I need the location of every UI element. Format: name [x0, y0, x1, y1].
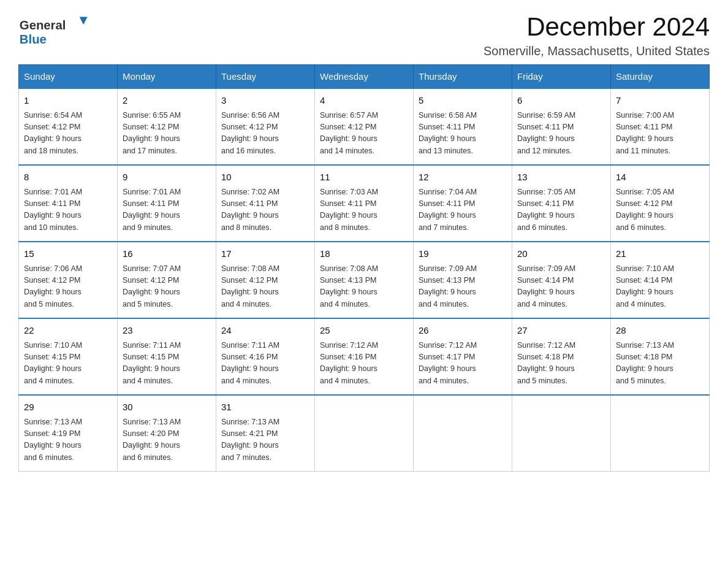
day-info: Sunrise: 7:01 AMSunset: 4:11 PMDaylight:… [123, 186, 211, 234]
day-number: 19 [419, 247, 507, 261]
calendar-week-row: 1Sunrise: 6:54 AMSunset: 4:12 PMDaylight… [19, 88, 710, 165]
day-info: Sunrise: 7:12 AMSunset: 4:16 PMDaylight:… [320, 340, 408, 388]
day-number: 27 [517, 324, 605, 338]
day-info: Sunrise: 7:08 AMSunset: 4:13 PMDaylight:… [320, 263, 408, 311]
day-number: 6 [517, 94, 605, 108]
calendar-cell: 8Sunrise: 7:01 AMSunset: 4:11 PMDaylight… [19, 165, 118, 242]
day-number: 14 [616, 170, 704, 185]
header-monday: Monday [118, 65, 216, 89]
calendar-cell: 21Sunrise: 7:10 AMSunset: 4:14 PMDayligh… [611, 242, 710, 318]
day-number: 25 [320, 324, 408, 338]
header-saturday: Saturday [611, 65, 710, 89]
header-sunday: Sunday [19, 65, 118, 89]
calendar-cell: 22Sunrise: 7:10 AMSunset: 4:15 PMDayligh… [19, 318, 118, 395]
calendar-cell: 14Sunrise: 7:05 AMSunset: 4:12 PMDayligh… [611, 165, 710, 242]
day-number: 15 [24, 247, 112, 261]
day-number: 18 [320, 247, 408, 261]
day-number: 9 [123, 170, 211, 185]
day-info: Sunrise: 7:13 AMSunset: 4:20 PMDaylight:… [123, 416, 211, 464]
calendar-week-row: 22Sunrise: 7:10 AMSunset: 4:15 PMDayligh… [19, 318, 710, 395]
svg-text:General: General [20, 18, 66, 32]
day-info: Sunrise: 7:02 AMSunset: 4:11 PMDaylight:… [221, 186, 309, 234]
day-info: Sunrise: 7:03 AMSunset: 4:11 PMDaylight:… [320, 186, 408, 234]
calendar-cell [414, 395, 512, 472]
day-number: 21 [616, 247, 704, 261]
day-number: 10 [221, 170, 309, 185]
calendar-cell: 16Sunrise: 7:07 AMSunset: 4:12 PMDayligh… [118, 242, 216, 318]
header-thursday: Thursday [414, 65, 512, 89]
day-info: Sunrise: 7:00 AMSunset: 4:11 PMDaylight:… [616, 110, 704, 158]
day-number: 20 [517, 247, 605, 261]
calendar-cell: 5Sunrise: 6:58 AMSunset: 4:11 PMDaylight… [414, 88, 512, 165]
day-number: 29 [24, 400, 112, 415]
day-info: Sunrise: 7:10 AMSunset: 4:14 PMDaylight:… [616, 263, 704, 311]
calendar-cell: 7Sunrise: 7:00 AMSunset: 4:11 PMDaylight… [611, 88, 710, 165]
day-info: Sunrise: 6:55 AMSunset: 4:12 PMDaylight:… [123, 110, 211, 158]
day-number: 11 [320, 170, 408, 185]
title-block: December 2024 Somerville, Massachusetts,… [483, 12, 710, 58]
svg-marker-1 [80, 17, 88, 25]
header-wednesday: Wednesday [315, 65, 414, 89]
day-info: Sunrise: 6:58 AMSunset: 4:11 PMDaylight:… [419, 110, 507, 158]
calendar-cell: 17Sunrise: 7:08 AMSunset: 4:12 PMDayligh… [216, 242, 315, 318]
day-info: Sunrise: 7:12 AMSunset: 4:17 PMDaylight:… [419, 340, 507, 388]
calendar-cell: 1Sunrise: 6:54 AMSunset: 4:12 PMDaylight… [19, 88, 118, 165]
day-info: Sunrise: 6:59 AMSunset: 4:11 PMDaylight:… [517, 110, 605, 158]
day-info: Sunrise: 7:13 AMSunset: 4:19 PMDaylight:… [24, 416, 112, 464]
calendar-cell: 3Sunrise: 6:56 AMSunset: 4:12 PMDaylight… [216, 88, 315, 165]
calendar-cell: 15Sunrise: 7:06 AMSunset: 4:12 PMDayligh… [19, 242, 118, 318]
logo-svg: General Blue [18, 12, 92, 49]
day-number: 30 [123, 400, 211, 415]
calendar-cell: 27Sunrise: 7:12 AMSunset: 4:18 PMDayligh… [512, 318, 611, 395]
calendar-week-row: 29Sunrise: 7:13 AMSunset: 4:19 PMDayligh… [19, 395, 710, 472]
day-number: 31 [221, 400, 309, 415]
day-number: 2 [123, 94, 211, 108]
day-number: 5 [419, 94, 507, 108]
day-number: 26 [419, 324, 507, 338]
calendar-cell: 18Sunrise: 7:08 AMSunset: 4:13 PMDayligh… [315, 242, 414, 318]
calendar-cell: 9Sunrise: 7:01 AMSunset: 4:11 PMDaylight… [118, 165, 216, 242]
day-number: 13 [517, 170, 605, 185]
calendar-cell: 23Sunrise: 7:11 AMSunset: 4:15 PMDayligh… [118, 318, 216, 395]
calendar-cell: 24Sunrise: 7:11 AMSunset: 4:16 PMDayligh… [216, 318, 315, 395]
day-info: Sunrise: 6:54 AMSunset: 4:12 PMDaylight:… [24, 110, 112, 158]
day-number: 1 [24, 94, 112, 108]
calendar-header-row: SundayMondayTuesdayWednesdayThursdayFrid… [19, 65, 710, 89]
day-number: 7 [616, 94, 704, 108]
day-info: Sunrise: 7:12 AMSunset: 4:18 PMDaylight:… [517, 340, 605, 388]
calendar-cell: 20Sunrise: 7:09 AMSunset: 4:14 PMDayligh… [512, 242, 611, 318]
day-info: Sunrise: 7:11 AMSunset: 4:15 PMDaylight:… [123, 340, 211, 388]
day-number: 17 [221, 247, 309, 261]
calendar-cell [512, 395, 611, 472]
header-friday: Friday [512, 65, 611, 89]
day-info: Sunrise: 7:09 AMSunset: 4:14 PMDaylight:… [517, 263, 605, 311]
day-info: Sunrise: 7:04 AMSunset: 4:11 PMDaylight:… [419, 186, 507, 234]
calendar-cell: 29Sunrise: 7:13 AMSunset: 4:19 PMDayligh… [19, 395, 118, 472]
day-number: 12 [419, 170, 507, 185]
calendar-cell: 26Sunrise: 7:12 AMSunset: 4:17 PMDayligh… [414, 318, 512, 395]
calendar-cell: 2Sunrise: 6:55 AMSunset: 4:12 PMDaylight… [118, 88, 216, 165]
calendar-cell: 10Sunrise: 7:02 AMSunset: 4:11 PMDayligh… [216, 165, 315, 242]
calendar-cell: 30Sunrise: 7:13 AMSunset: 4:20 PMDayligh… [118, 395, 216, 472]
calendar-cell [611, 395, 710, 472]
calendar-week-row: 15Sunrise: 7:06 AMSunset: 4:12 PMDayligh… [19, 242, 710, 318]
day-number: 8 [24, 170, 112, 185]
page-header: General Blue December 2024 Somerville, M… [18, 12, 710, 58]
day-info: Sunrise: 7:06 AMSunset: 4:12 PMDaylight:… [24, 263, 112, 311]
calendar-title: December 2024 [483, 12, 710, 42]
day-number: 4 [320, 94, 408, 108]
calendar-cell [315, 395, 414, 472]
day-number: 24 [221, 324, 309, 338]
day-info: Sunrise: 7:13 AMSunset: 4:21 PMDaylight:… [221, 416, 309, 464]
day-number: 22 [24, 324, 112, 338]
calendar-subtitle: Somerville, Massachusetts, United States [483, 44, 710, 58]
calendar-cell: 31Sunrise: 7:13 AMSunset: 4:21 PMDayligh… [216, 395, 315, 472]
calendar-cell: 11Sunrise: 7:03 AMSunset: 4:11 PMDayligh… [315, 165, 414, 242]
day-info: Sunrise: 7:09 AMSunset: 4:13 PMDaylight:… [419, 263, 507, 311]
calendar-cell: 19Sunrise: 7:09 AMSunset: 4:13 PMDayligh… [414, 242, 512, 318]
calendar-cell: 4Sunrise: 6:57 AMSunset: 4:12 PMDaylight… [315, 88, 414, 165]
day-number: 28 [616, 324, 704, 338]
day-info: Sunrise: 7:01 AMSunset: 4:11 PMDaylight:… [24, 186, 112, 234]
svg-text:Blue: Blue [20, 33, 47, 46]
day-info: Sunrise: 7:08 AMSunset: 4:12 PMDaylight:… [221, 263, 309, 311]
